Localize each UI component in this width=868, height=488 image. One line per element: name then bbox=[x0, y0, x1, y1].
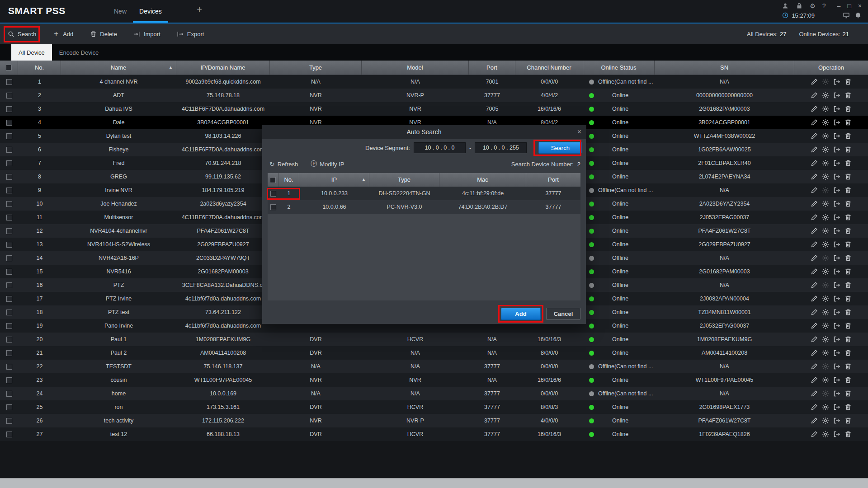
delete-icon[interactable] bbox=[844, 119, 852, 126]
select-all-checkbox[interactable] bbox=[270, 177, 276, 183]
logout-icon[interactable] bbox=[833, 132, 840, 140]
logout-icon[interactable] bbox=[833, 200, 840, 207]
row-checkbox[interactable] bbox=[6, 269, 12, 275]
table-row[interactable]: 25ron173.15.3.161DVRHCVR377778/0/8/3Onli… bbox=[0, 400, 868, 414]
logout-icon[interactable] bbox=[833, 214, 840, 221]
settings-icon[interactable] bbox=[822, 160, 829, 167]
logout-icon[interactable] bbox=[833, 254, 840, 262]
table-row[interactable]: 23cousinWT1L00F97PAE00045NVRNVRN/A16/0/1… bbox=[0, 373, 868, 387]
tab-devices[interactable]: Devices bbox=[133, 0, 168, 23]
delete-icon[interactable] bbox=[844, 78, 852, 85]
settings-icon[interactable] bbox=[822, 404, 829, 411]
row-checkbox[interactable] bbox=[6, 201, 12, 207]
logout-icon[interactable] bbox=[833, 119, 840, 126]
edit-icon[interactable] bbox=[811, 92, 818, 99]
delete-icon[interactable] bbox=[844, 214, 852, 221]
edit-icon[interactable] bbox=[811, 200, 818, 207]
table-row[interactable]: 27test 1266.188.18.13DVRHCVR3777716/0/16… bbox=[0, 427, 868, 441]
edit-icon[interactable] bbox=[811, 390, 818, 397]
settings-icon[interactable] bbox=[822, 132, 829, 140]
delete-icon[interactable] bbox=[844, 417, 852, 424]
column-header-name[interactable]: Name▲ bbox=[61, 61, 176, 75]
edit-icon[interactable] bbox=[811, 268, 818, 275]
edit-icon[interactable] bbox=[811, 105, 818, 113]
settings-icon[interactable] bbox=[822, 173, 829, 180]
settings-icon[interactable] bbox=[822, 146, 829, 153]
search-button[interactable]: Search bbox=[7, 30, 36, 38]
help-icon[interactable]: ? bbox=[822, 2, 826, 9]
edit-icon[interactable] bbox=[811, 173, 818, 180]
add-tab-button[interactable]: + bbox=[193, 5, 205, 15]
settings-icon[interactable] bbox=[822, 78, 829, 85]
settings-icon[interactable] bbox=[822, 268, 829, 275]
settings-icon[interactable]: ⚙ bbox=[810, 2, 816, 9]
edit-icon[interactable] bbox=[811, 336, 818, 343]
bell-icon[interactable] bbox=[854, 12, 862, 19]
column-header-channel-number[interactable]: Channel Number bbox=[515, 61, 583, 75]
edit-icon[interactable] bbox=[811, 322, 818, 329]
delete-icon[interactable] bbox=[844, 404, 852, 411]
column-header-sn[interactable]: SN bbox=[655, 61, 794, 75]
settings-icon[interactable] bbox=[822, 187, 829, 194]
minimize-icon[interactable]: – bbox=[837, 2, 841, 9]
dialog-cancel-button[interactable]: Cancel bbox=[546, 308, 580, 320]
delete-icon[interactable] bbox=[844, 336, 852, 343]
delete-icon[interactable] bbox=[844, 282, 852, 289]
logout-icon[interactable] bbox=[833, 92, 840, 99]
maximize-icon[interactable]: □ bbox=[847, 2, 851, 9]
edit-icon[interactable] bbox=[811, 309, 818, 316]
delete-icon[interactable] bbox=[844, 200, 852, 207]
logout-icon[interactable] bbox=[833, 173, 840, 180]
row-checkbox[interactable] bbox=[6, 228, 12, 234]
settings-icon[interactable] bbox=[822, 227, 829, 235]
row-checkbox[interactable] bbox=[6, 242, 12, 248]
logout-icon[interactable] bbox=[833, 404, 840, 411]
logout-icon[interactable] bbox=[833, 187, 840, 194]
table-row[interactable]: 2ADT75.148.78.18NVRNVR-P377774/0/4/2Onli… bbox=[0, 89, 868, 102]
logout-icon[interactable] bbox=[833, 363, 840, 370]
settings-icon[interactable] bbox=[822, 241, 829, 248]
settings-icon[interactable] bbox=[822, 92, 829, 99]
logout-icon[interactable] bbox=[833, 227, 840, 235]
segment-end-input[interactable]: 10 . 0 . 0 . 255 bbox=[475, 142, 527, 153]
edit-icon[interactable] bbox=[811, 404, 818, 411]
row-checkbox[interactable] bbox=[6, 147, 12, 153]
logout-icon[interactable] bbox=[833, 105, 840, 113]
logout-icon[interactable] bbox=[833, 336, 840, 343]
delete-icon[interactable] bbox=[844, 132, 852, 140]
column-header-mac[interactable]: Mac bbox=[439, 173, 526, 187]
logout-icon[interactable] bbox=[833, 295, 840, 302]
settings-icon[interactable] bbox=[822, 200, 829, 207]
close-icon[interactable]: × bbox=[577, 125, 581, 139]
delete-icon[interactable] bbox=[844, 254, 852, 262]
settings-icon[interactable] bbox=[822, 309, 829, 316]
edit-icon[interactable] bbox=[811, 146, 818, 153]
edit-icon[interactable] bbox=[811, 349, 818, 357]
dialog-add-button[interactable]: Add bbox=[501, 308, 541, 320]
row-checkbox[interactable] bbox=[6, 215, 12, 221]
edit-icon[interactable] bbox=[811, 160, 818, 167]
edit-icon[interactable] bbox=[811, 241, 818, 248]
settings-icon[interactable] bbox=[822, 376, 829, 384]
edit-icon[interactable] bbox=[811, 363, 818, 370]
delete-icon[interactable] bbox=[844, 349, 852, 357]
row-checkbox[interactable] bbox=[6, 391, 12, 397]
table-row[interactable]: 21Paul 2AM004114100208DVRN/AN/A8/0/0/0On… bbox=[0, 346, 868, 360]
edit-icon[interactable] bbox=[811, 282, 818, 289]
row-checkbox[interactable] bbox=[6, 364, 12, 370]
search-result-row[interactable]: 210.0.0.66PC-NVR-V3.074:D0:2B:A0:2B:D737… bbox=[268, 200, 580, 214]
edit-icon[interactable] bbox=[811, 254, 818, 262]
edit-icon[interactable] bbox=[811, 295, 818, 302]
delete-icon[interactable] bbox=[844, 105, 852, 113]
settings-icon[interactable] bbox=[822, 363, 829, 370]
column-header-port[interactable]: Port bbox=[469, 61, 515, 75]
logout-icon[interactable] bbox=[833, 431, 840, 438]
row-checkbox[interactable] bbox=[6, 310, 12, 315]
result-checkbox[interactable] bbox=[270, 191, 276, 197]
row-checkbox[interactable] bbox=[6, 93, 12, 99]
delete-icon[interactable] bbox=[844, 268, 852, 275]
settings-icon[interactable] bbox=[822, 336, 829, 343]
logout-icon[interactable] bbox=[833, 376, 840, 384]
logout-icon[interactable] bbox=[833, 78, 840, 85]
tab-new[interactable]: New bbox=[108, 0, 133, 23]
